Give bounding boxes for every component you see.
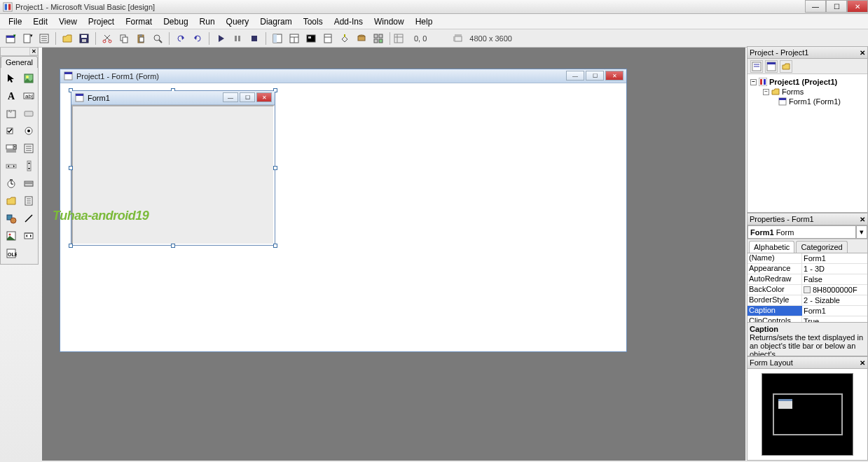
data-view-button[interactable] bbox=[354, 31, 369, 46]
menu-addins[interactable]: Add-Ins bbox=[329, 15, 368, 29]
menu-project[interactable]: Project bbox=[83, 15, 120, 29]
data-tool[interactable] bbox=[21, 228, 36, 244]
start-button[interactable] bbox=[213, 31, 228, 46]
property-row[interactable]: BorderStyle2 - Sizable bbox=[748, 295, 867, 306]
properties-grid[interactable]: (Name)Form1Appearance1 - 3DAutoRedrawFal… bbox=[748, 253, 867, 322]
designer-maximize-button[interactable]: ☐ bbox=[586, 71, 604, 80]
resize-handle-bottom-left[interactable] bbox=[69, 244, 73, 248]
resize-handle-middle-right[interactable] bbox=[273, 166, 277, 170]
property-row[interactable]: Appearance1 - 3D bbox=[748, 264, 867, 274]
vscrollbar-tool[interactable] bbox=[21, 158, 36, 174]
menu-debug[interactable]: Debug bbox=[158, 15, 193, 29]
property-row[interactable]: BackColor8H8000000F bbox=[748, 285, 867, 295]
tree-forms-folder[interactable]: − Forms bbox=[763, 87, 864, 97]
designer-minimize-button[interactable]: — bbox=[566, 71, 584, 80]
menu-query[interactable]: Query bbox=[221, 15, 255, 29]
paste-button[interactable] bbox=[133, 31, 149, 46]
property-value[interactable]: Form1 bbox=[802, 306, 867, 316]
image-tool[interactable] bbox=[4, 228, 19, 244]
minimize-button[interactable]: — bbox=[805, 0, 826, 13]
view-code-button[interactable] bbox=[750, 60, 763, 73]
tree-project-root[interactable]: − Project1 (Project1) bbox=[750, 77, 864, 87]
toolbox-close-button[interactable]: ✕ bbox=[29, 48, 38, 55]
checkbox-tool[interactable] bbox=[4, 123, 19, 139]
dirlistbox-tool[interactable] bbox=[4, 193, 19, 209]
break-button[interactable] bbox=[230, 31, 245, 46]
property-row[interactable]: AutoRedrawFalse bbox=[748, 274, 867, 285]
add-project-button[interactable]: ▾ bbox=[3, 31, 18, 46]
hscrollbar-tool[interactable] bbox=[4, 158, 19, 174]
save-button[interactable] bbox=[76, 31, 92, 46]
open-button[interactable] bbox=[60, 31, 75, 46]
property-value[interactable]: False bbox=[802, 274, 867, 284]
property-value[interactable]: Form1 bbox=[802, 253, 867, 263]
form-canvas[interactable]: Form1 — ☐ ✕ bbox=[71, 90, 275, 246]
find-button[interactable] bbox=[150, 31, 165, 46]
undo-button[interactable] bbox=[173, 31, 188, 46]
menu-diagram[interactable]: Diagram bbox=[254, 15, 297, 29]
property-value[interactable]: 1 - 3D bbox=[802, 264, 867, 274]
timer-tool[interactable] bbox=[4, 176, 19, 191]
drivelistbox-tool[interactable] bbox=[21, 176, 36, 191]
line-tool[interactable] bbox=[21, 211, 36, 226]
tab-alphabetic[interactable]: Alphabetic bbox=[749, 241, 794, 253]
menu-editor-button[interactable] bbox=[36, 31, 52, 46]
resize-handle-bottom-right[interactable] bbox=[273, 244, 277, 248]
ole-tool[interactable]: OLE bbox=[4, 246, 19, 261]
toolbox-button[interactable] bbox=[337, 31, 352, 46]
label-tool[interactable]: A bbox=[4, 88, 19, 104]
property-value[interactable]: 2 - Sizable bbox=[802, 295, 867, 305]
tab-categorized[interactable]: Categorized bbox=[796, 241, 847, 253]
form-layout-title[interactable]: Form Layout ✕ bbox=[748, 357, 867, 369]
form-layout-close-button[interactable]: ✕ bbox=[860, 359, 865, 367]
properties-object-selector[interactable]: Form1 Form ▾ bbox=[748, 225, 867, 239]
textbox-tool[interactable]: ab| bbox=[21, 88, 36, 104]
form-layout-body[interactable] bbox=[762, 373, 853, 456]
form-layout-button[interactable] bbox=[303, 31, 319, 46]
property-value[interactable]: 8H8000000F bbox=[802, 285, 867, 295]
designer-close-button[interactable]: ✕ bbox=[605, 71, 624, 80]
form-layout-mini-form[interactable] bbox=[778, 399, 792, 409]
pointer-tool[interactable] bbox=[4, 71, 19, 86]
cut-button[interactable] bbox=[99, 31, 115, 46]
properties-close-button[interactable]: ✕ bbox=[860, 216, 865, 223]
redo-button[interactable] bbox=[190, 31, 205, 46]
object-browser-button[interactable] bbox=[320, 31, 336, 46]
menu-help[interactable]: Help bbox=[410, 15, 439, 29]
menu-run[interactable]: Run bbox=[194, 15, 221, 29]
toolbox-tab-general[interactable]: General bbox=[1, 56, 38, 68]
picturebox-tool[interactable] bbox=[21, 71, 36, 86]
add-item-button[interactable]: ▾ bbox=[20, 31, 35, 46]
resize-handle-middle-left[interactable] bbox=[69, 166, 73, 170]
project-tree[interactable]: − Project1 (Project1) − Forms Form1 (For… bbox=[748, 74, 867, 212]
project-explorer-title[interactable]: Project - Project1 ✕ bbox=[748, 47, 867, 59]
menu-edit[interactable]: Edit bbox=[27, 15, 53, 29]
menu-view[interactable]: View bbox=[53, 15, 83, 29]
project-explorer-close-button[interactable]: ✕ bbox=[860, 49, 865, 57]
component-manager-button[interactable] bbox=[371, 31, 386, 46]
property-row[interactable]: ClipControlsTrue bbox=[748, 316, 867, 322]
copy-button[interactable] bbox=[116, 31, 132, 46]
project-explorer-button[interactable] bbox=[270, 31, 285, 46]
form-client-area[interactable] bbox=[71, 105, 275, 245]
commandbutton-tool[interactable] bbox=[21, 106, 36, 121]
property-row[interactable]: (Name)Form1 bbox=[748, 253, 867, 264]
form-selection[interactable]: Form1 — ☐ ✕ bbox=[71, 90, 275, 246]
listbox-tool[interactable] bbox=[21, 141, 36, 156]
view-object-button[interactable] bbox=[765, 60, 778, 73]
toggle-folders-button[interactable] bbox=[780, 60, 792, 73]
menu-format[interactable]: Format bbox=[120, 15, 158, 29]
tree-expand-icon[interactable]: − bbox=[750, 79, 757, 85]
form-designer-window[interactable]: Project1 - Form1 (Form) — ☐ ✕ Form1 bbox=[60, 69, 627, 352]
menu-file[interactable]: File bbox=[3, 15, 27, 29]
property-row[interactable]: CaptionForm1 bbox=[748, 306, 867, 316]
properties-window-button[interactable] bbox=[287, 31, 302, 46]
shape-tool[interactable] bbox=[4, 211, 19, 226]
object-selector-dropdown-button[interactable]: ▾ bbox=[856, 225, 867, 239]
menu-window[interactable]: Window bbox=[368, 15, 410, 29]
frame-tool[interactable]: xy bbox=[4, 106, 19, 121]
resize-handle-bottom-middle[interactable] bbox=[171, 244, 175, 248]
tree-expand-icon[interactable]: − bbox=[763, 89, 769, 95]
combobox-tool[interactable] bbox=[4, 141, 19, 156]
designer-window-titlebar[interactable]: Project1 - Form1 (Form) — ☐ ✕ bbox=[60, 69, 626, 83]
